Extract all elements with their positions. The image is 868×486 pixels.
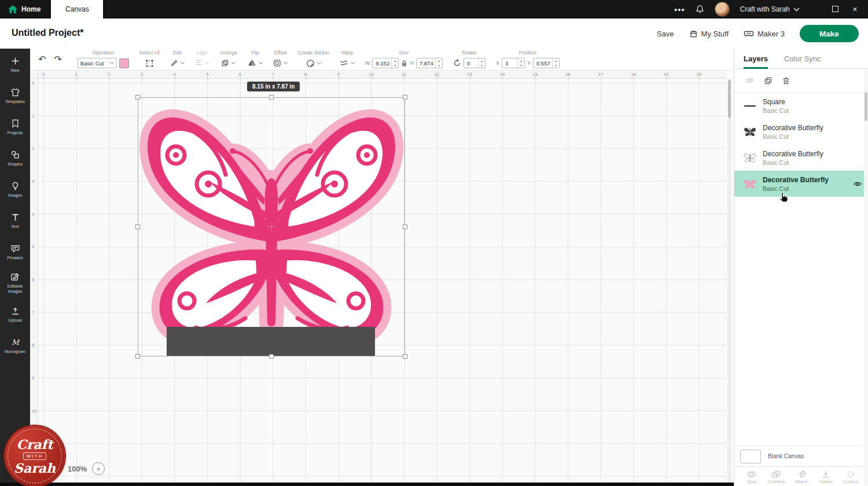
rotate-icon[interactable] [453,59,461,67]
resize-handle-w[interactable] [135,224,140,229]
chevron-down-icon[interactable] [284,62,288,65]
notifications-bell-icon[interactable] [696,5,704,14]
layer-row-butterfly-dark[interactable]: Decorative Butterfly Basic Cut [734,119,868,145]
resize-handle-s[interactable] [269,354,274,359]
rotate-input[interactable]: 0 ▲▼ [464,58,486,68]
resize-handle-se[interactable] [403,354,407,359]
width-input[interactable]: 8.152 ▲▼ [372,58,399,68]
tab-canvas[interactable]: Canvas [51,0,103,19]
sidebar-item-projects[interactable]: Projects [0,111,30,142]
sidebar-item-upload[interactable]: Upload [0,299,30,330]
rotate-value: 0 [467,60,470,67]
layer-row-butterfly-outline[interactable]: Decorative Butterfly Basic Cut [734,145,868,171]
resize-handle-ne[interactable] [403,95,407,100]
slice-button[interactable]: Slice [740,468,763,486]
chevron-down-icon[interactable] [259,62,263,65]
chevron-down-icon[interactable] [181,62,185,65]
square-layer-thumb [742,104,757,108]
height-input[interactable]: 7.874 ▲▼ [416,58,443,68]
scrollbar-thumb[interactable] [865,92,867,121]
warp-icon[interactable] [340,59,348,67]
layer-row-square[interactable]: Square Basic Cut [734,93,868,119]
shapes-icon [10,150,20,160]
zoom-level: 100% [68,465,87,473]
duplicate-layer-icon[interactable] [764,76,773,85]
operation-select[interactable]: Basic Cut [78,58,117,68]
scrollbar-thumb[interactable] [728,80,731,118]
position-y-stepper[interactable]: ▲▼ [552,58,559,68]
position-x-stepper[interactable]: ▲▼ [517,58,524,68]
arrange-icon[interactable] [221,59,229,67]
user-avatar[interactable] [715,2,730,17]
chevron-down-icon[interactable] [317,62,321,65]
horizontal-ruler: 01234567891011121314151617181920 [38,71,727,79]
sidebar-item-templates[interactable]: Templates [0,80,30,111]
delete-layer-icon[interactable] [782,76,790,85]
sidebar-item-phrases[interactable]: Phrases [0,236,30,267]
resize-handle-n[interactable] [269,95,274,100]
blank-canvas-row[interactable]: Blank Canvas [734,446,868,466]
layers-panel-scrollbar[interactable] [864,69,868,485]
align-group: Align [195,50,209,69]
chevron-down-icon[interactable] [205,62,209,65]
sidebar-item-monogram[interactable]: M Monogram [0,330,30,361]
layer-color-swatch[interactable] [119,58,129,68]
edit-pencil-icon[interactable] [170,59,178,67]
machine-select-button[interactable]: Maker 3 [744,30,785,38]
canvas-vertical-scrollbar[interactable] [727,79,731,483]
my-stuff-button[interactable]: My Stuff [689,30,729,38]
lock-aspect-icon[interactable] [401,60,407,67]
position-x-input[interactable]: 3 ▲▼ [502,58,525,68]
canvas-color-swatch[interactable] [740,450,761,463]
y-axis-label: Y [527,60,531,66]
chevron-down-icon[interactable] [231,62,236,65]
create-sticker-icon[interactable] [306,59,315,68]
chevron-down-icon[interactable] [351,62,355,65]
account-menu[interactable]: Craft with Sarah [740,5,800,13]
sidebar-item-editable-images[interactable]: Editable Images [0,267,30,299]
tab-home[interactable]: Home [0,0,51,19]
window-close-button[interactable]: ✕ [852,6,858,13]
select-all-icon[interactable] [145,59,154,68]
machine-icon [744,30,754,38]
position-x-value: 3 [505,60,508,67]
align-icon[interactable] [195,59,203,67]
flip-icon[interactable] [248,59,256,67]
offset-icon[interactable] [273,59,281,67]
chevron-down-icon [793,8,800,12]
combine-button[interactable]: Combine [765,468,788,486]
layer-visibility-eye-icon[interactable] [853,181,862,187]
sidebar-item-new[interactable]: New [0,49,30,80]
layer-row-butterfly-pink-selected[interactable]: Decorative Butterfly Basic Cut [734,171,868,197]
window-maximize-button[interactable] [832,6,838,13]
tab-color-sync[interactable]: Color Sync [784,49,821,68]
flatten-button[interactable]: Flatten [814,468,837,486]
zoom-in-button[interactable]: + [92,462,105,475]
save-button[interactable]: Save [657,30,674,38]
contour-button[interactable]: Contour [839,468,862,486]
size-label: Size [399,50,409,56]
new-plus-icon [10,56,20,66]
flip-group: Flip [248,50,263,69]
rotate-stepper[interactable]: ▲▼ [478,58,485,68]
hide-layer-icon[interactable] [745,76,755,84]
resize-handle-nw[interactable] [135,95,140,100]
sidebar-item-text[interactable]: Text [0,205,30,236]
position-y-input[interactable]: 0.557 ▲▼ [533,58,560,68]
sidebar-item-shapes[interactable]: Shapes [0,142,30,174]
svg-text:M: M [12,338,20,346]
chevron-down-icon [110,62,114,65]
height-stepper[interactable]: ▲▼ [435,58,442,68]
redo-button[interactable]: ↷ [54,54,61,65]
resize-handle-e[interactable] [403,224,407,229]
tab-layers[interactable]: Layers [744,49,768,68]
width-stepper[interactable]: ▲▼ [391,58,398,68]
layer-actions-bar: Slice Combine Attach Flatten Contour [734,466,868,486]
sidebar-item-images[interactable]: Images [0,174,30,205]
resize-handle-sw[interactable] [135,354,140,359]
attach-button[interactable]: Attach [790,468,813,486]
more-options-icon[interactable]: ••• [674,5,685,14]
create-sticker-label: Create Sticker [298,50,329,56]
make-button[interactable]: Make [800,25,859,42]
undo-button[interactable]: ↶ [38,54,46,65]
